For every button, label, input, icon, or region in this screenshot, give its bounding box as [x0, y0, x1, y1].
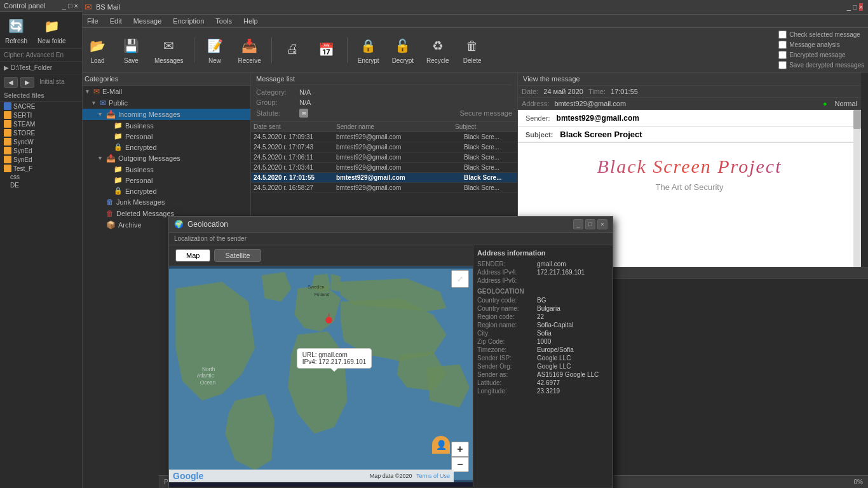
file-item[interactable]: DE — [0, 181, 82, 189]
isp-row: Sender ISP: Google LLC — [477, 355, 609, 362]
message-row[interactable]: 24.5.2020 г. 17:07:43 bmtest929@gmail.co… — [251, 142, 517, 152]
message-row[interactable]: 24.5.2020 г. 16:58:27 bmtest929@gmail.co… — [251, 183, 517, 193]
zip-row: Zip Code: 1000 — [477, 338, 609, 345]
terms-of-use-link[interactable]: Terms of Use — [416, 473, 450, 479]
tree-incoming[interactable]: ▼ 📥 Incoming Messages — [79, 109, 250, 120]
file-item[interactable]: Test_F — [0, 164, 82, 173]
menu-tools[interactable]: Tools — [210, 16, 237, 26]
map-tab-map[interactable]: Map — [175, 249, 210, 262]
print-icon: 🖨 — [282, 39, 302, 60]
tree-business-2[interactable]: 📁 Business — [79, 164, 250, 175]
menu-file[interactable]: File — [82, 16, 104, 26]
file-item[interactable]: STEAM — [0, 119, 82, 128]
message-row-selected[interactable]: 24.5.2020 г. 17:01:55 bmtest929@gmail.co… — [251, 173, 517, 183]
new-button[interactable]: 📝 New — [201, 34, 229, 65]
geo-content: Map Satellite — [169, 245, 613, 487]
print-button[interactable]: 🖨 — [278, 38, 307, 62]
tree-encrypted-1[interactable]: 🔒 Encrypted — [79, 142, 250, 152]
tree-encrypted-2[interactable]: 🔒 Encrypted — [79, 186, 250, 196]
geo-minimize-btn[interactable]: _ — [573, 219, 583, 229]
file-item[interactable]: SyncW — [0, 137, 82, 146]
delete-button[interactable]: 🗑 Delete — [458, 34, 487, 65]
save-decrypted-checkbox[interactable] — [778, 61, 787, 69]
receive-button[interactable]: 📥 Receive — [234, 34, 265, 65]
map-container: North Atlantic Ocean Finland Sweden URL:… — [169, 266, 473, 482]
file-item[interactable]: SACRE — [0, 102, 82, 111]
org-row: Sender Org: Google LLC — [477, 363, 609, 370]
map-expand-btn[interactable]: ⤢ — [451, 270, 469, 288]
encrypt-button[interactable]: 🔒 Encrypt — [354, 34, 383, 65]
message-analysis-checkbox[interactable] — [778, 41, 787, 49]
svg-text:Finland: Finland — [315, 292, 330, 297]
map-zoom-in-btn[interactable]: + — [451, 442, 469, 457]
geo-maximize-btn[interactable]: □ — [585, 219, 595, 229]
file-item[interactable]: STORE — [0, 128, 82, 137]
refresh-button[interactable]: 🔄 Refresh — [1, 15, 31, 46]
tree-outgoing[interactable]: ▼ 📤 Outgoing Messages — [79, 152, 250, 164]
preview-subject: Subject: Black Screen Project — [518, 127, 861, 143]
map-tab-satellite[interactable]: Satellite — [214, 249, 261, 262]
tree-business-1[interactable]: 📁 Business — [79, 120, 250, 131]
message-row[interactable]: 24.5.2020 г. 17:09:31 bmtest929@gmail.co… — [251, 132, 517, 142]
menu-message[interactable]: Message — [128, 16, 167, 26]
tree-personal-2[interactable]: 📁 Personal — [79, 175, 250, 186]
file-item[interactable]: SERTI — [0, 111, 82, 119]
tree-junk[interactable]: 🗑 Junk Messages — [79, 196, 250, 208]
region-name-row: Region name: Sofia-Capital — [477, 322, 609, 329]
geo-localization-label: Localization of the sender — [169, 233, 613, 245]
map-footer: Google Map data ©2020 Terms of Use — [169, 470, 454, 482]
menu-encription[interactable]: Encription — [168, 16, 209, 26]
geolocation-popup: 🌍 Geolocation _ □ × Localization of the … — [168, 216, 613, 488]
google-logo: Google — [173, 471, 203, 481]
messages-button[interactable]: ✉ Messages — [151, 34, 187, 65]
timezone-row: Timezone: Europe/Sofia — [477, 346, 609, 353]
city-row: City: Sofia — [477, 330, 609, 337]
geolocation-section: GEOLOCATION — [477, 288, 609, 295]
encrypt-icon: 🔒 — [358, 36, 379, 56]
menu-edit[interactable]: Edit — [105, 16, 127, 26]
app-minimize-btn[interactable]: _ — [847, 3, 851, 11]
recycle-button[interactable]: ♻ Recycle — [423, 34, 453, 65]
message-row[interactable]: 24.5.2020 г. 17:03:41 bmtest929@gmail.co… — [251, 163, 517, 173]
app-maximize-btn[interactable]: □ — [853, 3, 857, 11]
file-item[interactable]: SynEd — [0, 146, 82, 155]
app-logo-icon: ✉ — [85, 2, 92, 12]
tree-public[interactable]: ▼ ✉ Public — [79, 97, 250, 109]
check-selected-checkbox[interactable] — [778, 30, 787, 39]
preview-scroll-thumb[interactable] — [853, 110, 861, 129]
calendar-button[interactable]: 📅 — [312, 38, 341, 62]
app-title-bar: ✉ BS Mail _ □ × — [79, 0, 868, 15]
menu-help[interactable]: Help — [238, 16, 263, 26]
save-button[interactable]: 💾 Save — [117, 34, 146, 65]
new-folder-icon: 📁 — [41, 16, 62, 36]
forward-btn[interactable]: ▶ — [20, 77, 34, 88]
file-item[interactable]: css — [0, 173, 82, 181]
decrypt-icon: 🔓 — [393, 36, 413, 56]
encrypted-message-checkbox[interactable] — [778, 51, 787, 59]
longitude-row: Longitude: 23.3219 — [477, 388, 609, 395]
new-folder-button[interactable]: 📁 New folde — [34, 15, 69, 46]
message-row[interactable]: 24.5.2020 г. 17:06:11 bmtest929@gmail.co… — [251, 152, 517, 163]
load-button[interactable]: 📂 Load — [83, 34, 112, 65]
decrypt-button[interactable]: 🔓 Decrypt — [388, 34, 417, 65]
sender-row: SENDER: gmail.com — [477, 261, 609, 268]
file-item[interactable]: SynEd — [0, 155, 82, 164]
file-list: SACRE SERTI STEAM STORE SyncW SynEd SynE… — [0, 102, 82, 189]
control-panel-title: Control panel _ □ × — [0, 0, 82, 12]
minimize-btn[interactable]: _ — [62, 2, 66, 10]
tree-personal-1[interactable]: 📁 Personal — [79, 131, 250, 142]
geo-close-btn[interactable]: × — [597, 219, 607, 229]
region-code-row: Region code: 22 — [477, 313, 609, 320]
back-btn[interactable]: ◀ — [4, 77, 18, 88]
toolbar-sep-2 — [271, 37, 272, 63]
map-zoom-out-btn[interactable]: − — [451, 457, 469, 472]
preview-scrollbar[interactable] — [853, 110, 861, 267]
tree-email[interactable]: ▼ ✉ E-Mail — [79, 86, 250, 97]
map-person-icon[interactable]: 👤 — [432, 436, 450, 454]
geo-title-bar: 🌍 Geolocation _ □ × — [169, 217, 613, 233]
categories-header: Categories — [79, 72, 250, 86]
save-icon: 💾 — [121, 36, 142, 56]
app-close-btn[interactable]: × — [859, 3, 863, 11]
maximize-btn[interactable]: □ — [68, 2, 72, 10]
close-btn[interactable]: × — [74, 2, 78, 10]
